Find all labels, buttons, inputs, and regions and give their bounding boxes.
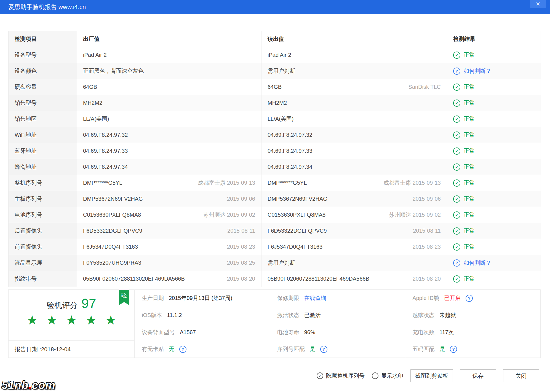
star-icon: ★ [26, 314, 38, 326]
hide-serial-checkbox[interactable]: ✓ 隐藏整机序列号 [317, 372, 365, 380]
table-row: 主板序列号DMP53672N69FV2HAG2015-09-06DMP53672… [9, 191, 541, 207]
cell-value: DMP******G5YL [83, 180, 122, 186]
value-cell: iPad Air 2 [77, 47, 261, 63]
result-normal-text: 正常 [464, 243, 475, 251]
result-cell: ✓正常 [447, 111, 541, 127]
table-row: WiFi地址04:69:F8:24:97:3204:69:F8:24:97:32… [9, 127, 541, 143]
close-icon[interactable]: ✕ [530, 0, 546, 8]
row-item-label: WiFi地址 [9, 127, 77, 143]
question-circle-icon[interactable]: ? [320, 346, 327, 353]
cell-note: 2015-09-06 [409, 196, 441, 202]
star-icon: ★ [66, 314, 77, 326]
how-to-judge-link[interactable]: 如何判断？ [464, 67, 491, 75]
detail-value: 已开启 [444, 294, 461, 302]
details-column: 保修期限在线查询激活状态已激活电池寿命96%序列号匹配是? [270, 290, 405, 358]
cell-value: DMP53672N69FV2HAG [268, 196, 327, 202]
details-column: 生产日期2015年09月13日 (第37周)iOS版本11.1.2设备背面型号A… [135, 290, 270, 358]
result-cell: ✓正常 [447, 239, 541, 255]
check-circle-icon: ✓ [453, 227, 460, 235]
check-circle-icon: ✓ [453, 131, 460, 139]
row-item-label: 电池序列号 [9, 207, 77, 223]
value-cell: F6D53322DGLFQPVC92015-08-11 [261, 223, 447, 239]
result-cell: ✓正常 [447, 159, 541, 175]
question-circle-icon[interactable]: ? [453, 259, 460, 267]
cell-note: 2015-08-20 [409, 276, 441, 282]
check-circle-icon: ✓ [453, 116, 460, 123]
value-cell: DMP******G5YL成都富士康 2015-09-13 [77, 175, 261, 191]
detail-cell: 激活状态已激活 [270, 307, 405, 324]
result-cell: ✓正常 [447, 191, 541, 207]
watermark-dot: . [28, 379, 32, 391]
detail-label: 生产日期 [142, 294, 164, 302]
row-item-label: 硬盘容量 [9, 79, 77, 95]
cell-value: 04:69:F8:24:97:32 [83, 132, 128, 138]
show-watermark-radio[interactable]: 显示水印 [372, 372, 403, 380]
cell-value: MH2M2 [83, 100, 102, 106]
detail-cell: 五码匹配是? [405, 341, 540, 358]
result-normal-text: 正常 [464, 83, 475, 91]
cell-value: DMP53672N69FV2HAG [83, 196, 143, 202]
51nb-watermark-logo: 51nb.com [2, 379, 55, 391]
checkbox-checked-icon[interactable]: ✓ [317, 372, 323, 379]
question-circle-icon[interactable]: ? [450, 346, 457, 353]
detail-value: A1567 [180, 329, 196, 335]
result-normal-text: 正常 [464, 179, 475, 187]
detail-label: 设备背面型号 [142, 329, 175, 336]
online-query-link[interactable]: 在线查询 [304, 294, 326, 302]
row-item-label: 蓝牙地址 [9, 143, 77, 159]
table-row: 后置摄像头F6D53322DGLFQPVC92015-08-11F6D53322… [9, 223, 541, 239]
cell-value: F0Y535207UHG9PRA3 [83, 260, 141, 266]
cell-value: 04:69:F8:24:97:34 [83, 164, 128, 170]
table-row: 硬盘容量64GB64GBSanDisk TLC✓正常 [9, 79, 541, 95]
table-row: 销售地区LL/A(美国)LL/A(美国)✓正常 [9, 111, 541, 127]
header-factory-value: 出厂值 [77, 31, 261, 47]
value-cell: DMP53672N69FV2HAG2015-09-06 [261, 191, 447, 207]
value-cell: 04:69:F8:24:97:33 [261, 143, 447, 159]
detail-cell: 越狱状态未越狱 [405, 307, 540, 324]
detail-cell: iOS版本11.1.2 [135, 307, 270, 324]
detail-cell: 有无卡贴无? [135, 341, 270, 358]
table-row: 设备颜色正面黑色，背面深空灰色需用户判断?如何判断？ [9, 63, 541, 79]
detail-value: 96% [304, 329, 315, 335]
check-circle-icon: ✓ [453, 52, 460, 59]
row-item-label: 销售地区 [9, 111, 77, 127]
cell-value: 04:69:F8:24:97:33 [268, 148, 312, 154]
detail-cell: 保修期限在线查询 [270, 290, 405, 307]
screenshot-to-clipboard-button[interactable]: 截图到剪贴板 [410, 369, 453, 382]
cell-note: 苏州顺达 2015-09-02 [386, 211, 441, 219]
cell-value: iPad Air 2 [83, 52, 107, 58]
result-normal-text: 正常 [464, 275, 475, 283]
cell-value: 05B90F020607288113020EF469DA566B [83, 276, 185, 282]
detail-value: 已激活 [304, 312, 321, 319]
header-result: 检测结果 [447, 31, 541, 47]
result-cell: ✓正常 [447, 271, 541, 287]
check-circle-icon: ✓ [453, 84, 460, 91]
cell-value: 04:69:F8:24:97:33 [83, 148, 128, 154]
question-circle-icon[interactable]: ? [466, 295, 473, 302]
inspection-report-table: 检测项目 出厂值 读出值 检测结果 设备型号iPad Air 2iPad Air… [8, 31, 541, 287]
value-cell: C0153630PXLFQ8MA8苏州顺达 2015-09-02 [77, 207, 261, 223]
detail-value: 未越狱 [439, 312, 456, 319]
result-normal-text: 正常 [464, 195, 475, 203]
how-to-judge-link[interactable]: 如何判断？ [464, 259, 491, 267]
check-circle-icon: ✓ [453, 195, 460, 203]
detail-label: 电池寿命 [277, 329, 299, 336]
question-circle-icon[interactable]: ? [179, 346, 186, 353]
detail-cell: Apple ID锁已开启? [405, 290, 540, 307]
value-cell: 05B90F020607288113020EF469DA566B2015-08-… [77, 271, 261, 287]
save-button[interactable]: 保存 [460, 369, 496, 382]
table-row: 蓝牙地址04:69:F8:24:97:3304:69:F8:24:97:33✓正… [9, 143, 541, 159]
star-icon: ★ [86, 314, 97, 326]
value-cell: MH2M2 [261, 95, 447, 111]
cell-value: MH2M2 [268, 100, 287, 106]
footer-controls: ✓ 隐藏整机序列号 显示水印 截图到剪贴板 保存 关闭 [317, 369, 539, 382]
table-row: 液晶显示屏F0Y535207UHG9PRA32015-08-25需用户判断?如何… [9, 255, 541, 271]
star-icon: ★ [105, 314, 116, 326]
row-item-label: 后置摄像头 [9, 223, 77, 239]
question-circle-icon[interactable]: ? [453, 68, 460, 75]
report-date-value: 2018-12-04 [41, 346, 71, 353]
summary-panel: 验机评分97 ★★★★★ 验 报告日期 : 2018-12-04 生产日期201… [8, 289, 541, 358]
result-normal-text: 正常 [464, 115, 475, 123]
close-button[interactable]: 关闭 [503, 369, 539, 382]
radio-unchecked-icon[interactable] [372, 372, 378, 379]
